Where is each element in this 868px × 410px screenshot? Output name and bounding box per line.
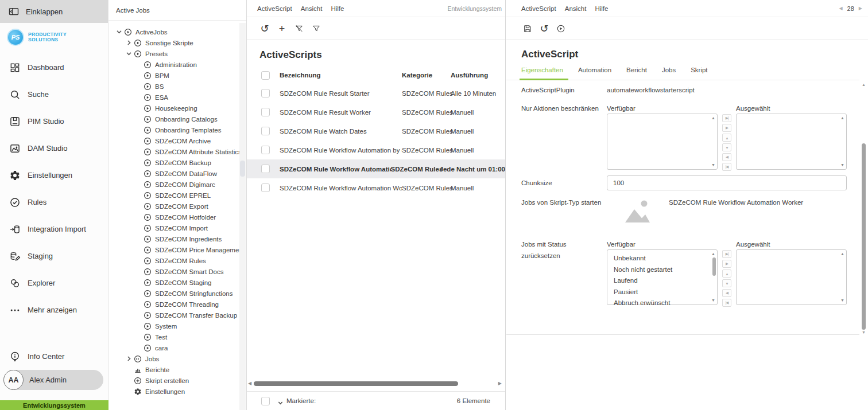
tree-node-test[interactable]: Test bbox=[108, 331, 239, 342]
tree-node-onboarding-templates[interactable]: Onboarding Templates bbox=[108, 124, 239, 135]
menu-item-ansicht[interactable]: Ansicht bbox=[301, 5, 323, 12]
tree-scrollbar-track[interactable] bbox=[239, 23, 246, 410]
tree-node-sdzecom-dataflow[interactable]: SDZeCOM DataFlow bbox=[108, 168, 239, 179]
tree-node-sonstige-skripte[interactable]: Sonstige Skripte bbox=[108, 37, 239, 48]
tree-node-bpm[interactable]: BPM bbox=[108, 70, 239, 81]
table-row[interactable]: SDZeCOM Rule Result WorkerSDZeCOM RulesM… bbox=[247, 103, 505, 122]
column-header-ausf-hrung[interactable]: Ausführung bbox=[451, 72, 505, 79]
move-all-left-icon[interactable]: |◀ bbox=[722, 299, 731, 307]
row-checkbox[interactable] bbox=[261, 89, 270, 97]
horizontal-scrollbar-thumb[interactable] bbox=[254, 381, 458, 386]
move-all-right-icon[interactable]: ▶| bbox=[722, 114, 731, 122]
menu-item-hilfe[interactable]: Hilfe bbox=[331, 5, 344, 12]
move-up-icon[interactable]: ▲ bbox=[722, 134, 731, 142]
move-down-icon[interactable]: ▼ bbox=[722, 143, 731, 151]
tree-node-sdzecom-import[interactable]: SDZeCOM Import bbox=[108, 222, 239, 233]
status-selected-listbox[interactable]: ▲ ▼ bbox=[736, 249, 847, 305]
footer-checkbox[interactable] bbox=[261, 397, 270, 405]
tree-node-einstellungen[interactable]: Einstellungen bbox=[108, 386, 239, 397]
chunksize-input[interactable] bbox=[607, 175, 847, 190]
table-row[interactable]: SDZeCOM Rule Result StarterSDZeCOM Rules… bbox=[247, 84, 505, 103]
pagination-prev-icon[interactable]: ◀ bbox=[839, 6, 842, 11]
menu-item-hilfe[interactable]: Hilfe bbox=[595, 5, 608, 12]
scroll-right-icon[interactable]: ▶ bbox=[498, 381, 502, 386]
sidebar-item-staging[interactable]: Staging bbox=[0, 243, 108, 270]
move-all-right-icon[interactable]: ▶| bbox=[722, 250, 731, 258]
menu-item-ansicht[interactable]: Ansicht bbox=[565, 5, 587, 12]
listbox-scroll-down-icon[interactable]: ▼ bbox=[711, 298, 715, 303]
tree-node-sdzecom-ingredients[interactable]: SDZeCOM Ingredients bbox=[108, 233, 239, 244]
sidebar-item-explorer[interactable]: Explorer bbox=[0, 270, 108, 296]
chevron-right-icon[interactable] bbox=[125, 39, 133, 46]
row-checkbox[interactable] bbox=[261, 127, 270, 135]
listbox-scroll-down-icon[interactable]: ▼ bbox=[711, 163, 715, 167]
row-checkbox[interactable] bbox=[261, 108, 270, 116]
sidebar-item-dashboard[interactable]: Dashboard bbox=[0, 54, 108, 81]
scroll-left-icon[interactable]: ◀ bbox=[248, 381, 251, 386]
sidebar-item-mehr-anzeigen[interactable]: Mehr anzeigen bbox=[0, 296, 108, 323]
sidebar-item-pim-studio[interactable]: PIM Studio bbox=[0, 108, 108, 135]
sidebar-item-einstellungen[interactable]: Einstellungen bbox=[0, 162, 108, 189]
listbox-scroll-down-icon[interactable]: ▼ bbox=[840, 163, 844, 167]
sidebar-item-integration-import[interactable]: Integration Import bbox=[0, 216, 108, 243]
tree-node-sdzecom-smart-docs[interactable]: SDZeCOM Smart Docs bbox=[108, 266, 239, 277]
scroll-up-icon[interactable]: ▲ bbox=[859, 83, 868, 87]
tab-automation[interactable]: Automation bbox=[578, 64, 611, 80]
list-option-noch-nicht-gestartet[interactable]: Noch nicht gestartet bbox=[607, 264, 709, 276]
list-option-unbekannt[interactable]: Unbekannt bbox=[607, 253, 709, 264]
tab-skript[interactable]: Skript bbox=[691, 64, 707, 80]
sidebar-collapse-button[interactable]: Einklappen bbox=[0, 0, 108, 23]
listbox-scroll-up-icon[interactable]: ▲ bbox=[840, 116, 844, 120]
actions-available-listbox[interactable]: ▲ ▼ bbox=[607, 114, 718, 170]
tree-node-sdzecom-threading[interactable]: SDZeCOM Threading bbox=[108, 299, 239, 310]
tree-node-sdzecom-staging[interactable]: SDZeCOM Staging bbox=[108, 277, 239, 288]
sidebar-item-rules[interactable]: Rules bbox=[0, 189, 108, 216]
tree-node-cara[interactable]: cara bbox=[108, 342, 239, 353]
tree-node-jobs[interactable]: Jobs bbox=[108, 353, 239, 364]
tree-node-sdzecom-hotfolder[interactable]: SDZeCOM Hotfolder bbox=[108, 212, 239, 222]
column-header-kategorie[interactable]: Kategorie bbox=[402, 72, 451, 79]
listbox-scroll-down-icon[interactable]: ▼ bbox=[840, 298, 844, 303]
actions-selected-listbox[interactable]: ▲ ▼ bbox=[736, 114, 847, 170]
sidebar-item-suche[interactable]: Suche bbox=[0, 81, 108, 108]
menu-item-activescript[interactable]: ActiveScript bbox=[521, 5, 556, 12]
tab-bericht[interactable]: Bericht bbox=[626, 64, 647, 80]
header-checkbox[interactable] bbox=[261, 71, 270, 80]
tree-node-sdzecom-backup[interactable]: SDZeCOM Backup bbox=[108, 157, 239, 168]
list-option-abbruch-erw-nscht[interactable]: Abbruch erwünscht bbox=[607, 298, 709, 309]
scroll-down-icon[interactable]: ▼ bbox=[859, 330, 868, 334]
move-right-icon[interactable]: ▶ bbox=[722, 260, 731, 268]
tab-eigenschaften[interactable]: Eigenschaften bbox=[521, 64, 563, 80]
reload-icon[interactable]: ↺ bbox=[539, 24, 549, 34]
move-left-icon[interactable]: ◀ bbox=[722, 153, 731, 161]
status-available-listbox[interactable]: ▲ ▼ UnbekanntNoch nicht gestartetLaufend… bbox=[607, 249, 718, 305]
tree-node-housekeeping[interactable]: Housekeeping bbox=[108, 103, 239, 114]
tree-scrollbar-thumb[interactable] bbox=[240, 161, 245, 177]
refresh-icon[interactable]: ↺ bbox=[259, 24, 270, 34]
detail-scrollbar-thumb[interactable] bbox=[862, 143, 866, 330]
table-row[interactable]: SDZeCOM Rule Workflow Automation by d...… bbox=[247, 140, 505, 159]
listbox-scroll-up-icon[interactable]: ▲ bbox=[840, 252, 844, 256]
tree-node-administration[interactable]: Administration bbox=[108, 59, 239, 70]
move-left-icon[interactable]: ◀ bbox=[722, 289, 731, 297]
tree-node-sdzecom-attribute-statistics[interactable]: SDZeCOM Attribute Statistics bbox=[108, 146, 239, 157]
sidebar-item-dam-studio[interactable]: DAM Studio bbox=[0, 135, 108, 162]
tree-node-esa[interactable]: ESA bbox=[108, 92, 239, 103]
tree-node-sdzecom-transfer-backup[interactable]: SDZeCOM Transfer Backup bbox=[108, 310, 239, 321]
add-icon[interactable]: + bbox=[277, 24, 287, 34]
tree-node-sdzecom-stringfunctions[interactable]: SDZeCOM Stringfunctions bbox=[108, 288, 239, 299]
tree-node-presets[interactable]: Presets bbox=[108, 48, 239, 59]
filter-clear-icon[interactable] bbox=[294, 24, 304, 34]
move-right-icon[interactable]: ▶ bbox=[722, 124, 731, 132]
pagination-next-icon[interactable]: ▶ bbox=[859, 6, 862, 11]
listbox-scrollbar-thumb[interactable] bbox=[712, 257, 716, 276]
tree-node-sdzecom-export[interactable]: SDZeCOM Export bbox=[108, 201, 239, 212]
tree-node-skript-erstellen[interactable]: Skript erstellen bbox=[108, 375, 239, 386]
tree-node-sdzecom-price-management[interactable]: SDZeCOM Price Management bbox=[108, 244, 239, 255]
column-header-bezeichnung[interactable]: Bezeichnung bbox=[280, 72, 402, 79]
tree-node-system[interactable]: System bbox=[108, 321, 239, 331]
tree-node-activejobs[interactable]: ActiveJobs bbox=[108, 26, 239, 37]
chevron-down-icon[interactable] bbox=[115, 28, 123, 36]
tree-node-sdzecom-eprel[interactable]: SDZeCOM EPREL bbox=[108, 190, 239, 201]
tree-node-sdzecom-rules[interactable]: SDZeCOM Rules bbox=[108, 255, 239, 266]
